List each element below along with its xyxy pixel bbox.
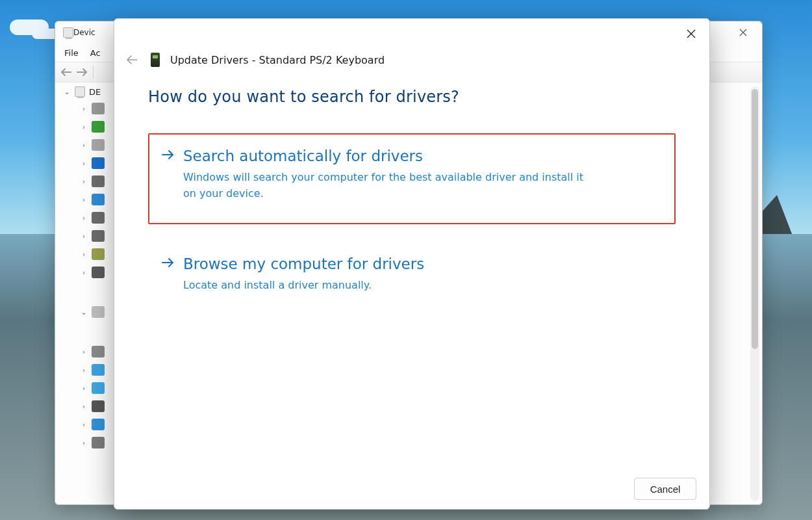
- nav-forward-button[interactable]: [75, 65, 89, 79]
- dialog-back-button[interactable]: [123, 51, 140, 68]
- arrow-left-icon: [126, 55, 138, 65]
- mouse-icon: [92, 346, 105, 358]
- arrow-right-icon: [161, 257, 174, 270]
- chevron-right-icon: ›: [80, 421, 88, 429]
- devmgr-title-text: Devic: [73, 28, 95, 37]
- toolbar-separator: [93, 66, 94, 79]
- option1-title: Search automatically for drivers: [183, 148, 423, 164]
- menu-file[interactable]: File: [64, 48, 79, 58]
- close-icon: [687, 29, 696, 38]
- dialog-close-button[interactable]: [677, 22, 705, 46]
- chevron-right-icon: ›: [80, 214, 88, 222]
- devmgr-scroll-thumb[interactable]: [752, 89, 758, 349]
- dialog-question: How do you want to search for drivers?: [148, 88, 676, 106]
- arrow-right-icon: [76, 68, 88, 77]
- computer-icon: [92, 176, 105, 187]
- chevron-right-icon: ›: [80, 366, 88, 374]
- chevron-right-icon: ›: [80, 348, 88, 356]
- update-drivers-dialog: Update Drivers - Standard PS/2 Keyboard …: [114, 18, 710, 510]
- keyboard-icon: [92, 306, 105, 318]
- chevron-right-icon: ›: [80, 105, 88, 113]
- devmgr-close-button[interactable]: [730, 23, 757, 42]
- biometric-icon: [92, 139, 105, 151]
- chevron-down-icon: ⌄: [80, 308, 88, 317]
- wallpaper-cloud: [10, 20, 49, 35]
- ports-icon: [92, 400, 105, 412]
- tree-root-label: DE: [89, 87, 101, 97]
- imaging-icon: [92, 266, 105, 278]
- dialog-titlebar[interactable]: [114, 19, 709, 49]
- dialog-footer: Cancel: [114, 469, 709, 509]
- chevron-right-icon: ›: [80, 196, 88, 204]
- chevron-right-icon: ›: [80, 123, 88, 131]
- arrow-right-icon: [161, 150, 174, 162]
- option2-description: Locate and install a driver manually.: [183, 278, 599, 294]
- chevron-right-icon: ›: [80, 141, 88, 150]
- dialog-header: Update Drivers - Standard PS/2 Keyboard: [114, 49, 709, 68]
- monitor-icon: [92, 194, 105, 205]
- usb-icon: [92, 121, 105, 133]
- option2-title: Browse my computer for drivers: [183, 255, 424, 272]
- audio-icon: [92, 103, 105, 114]
- chevron-right-icon: ›: [80, 439, 88, 447]
- network-icon: [92, 364, 105, 376]
- bluetooth-icon: [92, 157, 105, 169]
- close-icon: [739, 29, 747, 36]
- processors-icon: [92, 437, 105, 448]
- option-search-automatically[interactable]: Search automatically for drivers Windows…: [148, 133, 676, 224]
- arrow-left-icon: [60, 68, 72, 77]
- chevron-down-icon: ⌄: [63, 88, 71, 96]
- computer-icon: [75, 86, 85, 97]
- devmgr-scrollbar[interactable]: [750, 86, 759, 500]
- menu-action[interactable]: Ac: [90, 48, 101, 58]
- chevron-right-icon: ›: [80, 159, 88, 168]
- chevron-right-icon: ›: [80, 384, 88, 393]
- chevron-right-icon: ›: [80, 232, 88, 240]
- chevron-right-icon: ›: [80, 250, 88, 259]
- disk-icon: [92, 212, 105, 224]
- chevron-right-icon: ›: [80, 402, 88, 411]
- cancel-button[interactable]: Cancel: [634, 478, 696, 500]
- dialog-body: How do you want to search for drivers? S…: [114, 68, 709, 469]
- device-icon: [151, 53, 160, 67]
- nav-back-button[interactable]: [59, 65, 73, 79]
- chevron-right-icon: ›: [80, 268, 88, 277]
- dialog-title: Update Drivers - Standard PS/2 Keyboard: [170, 54, 385, 66]
- firmware-icon: [92, 230, 105, 242]
- option-browse-computer[interactable]: Browse my computer for drivers Locate an…: [148, 242, 676, 311]
- devmgr-app-icon: [63, 27, 73, 38]
- portable-icon: [92, 382, 105, 394]
- option1-description: Windows will search your computer for th…: [183, 170, 599, 202]
- chevron-right-icon: ›: [80, 177, 88, 186]
- hid-icon: [92, 248, 105, 260]
- print-queue-icon: [92, 419, 105, 430]
